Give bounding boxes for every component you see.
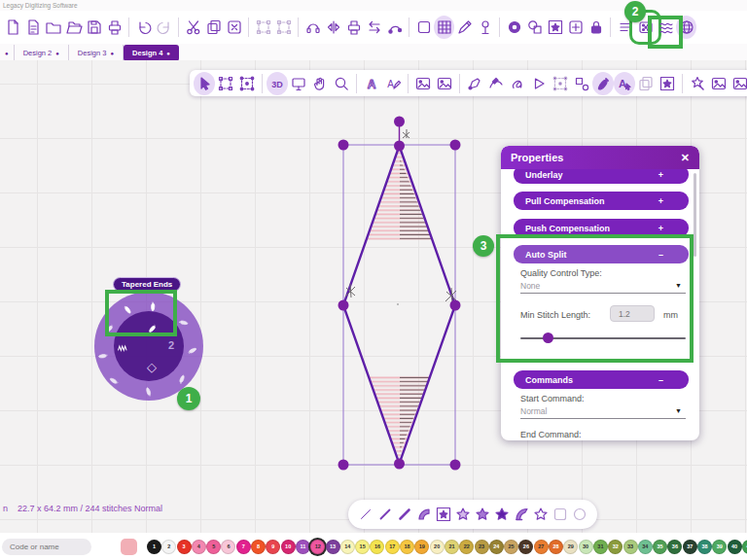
thread-color-17[interactable]: 17 [385,540,400,554]
collapse-icon[interactable]: – [658,250,663,260]
undo-icon[interactable] [133,16,154,39]
thread-color-22[interactable]: 22 [459,540,474,554]
thread-color-18[interactable]: 18 [400,540,414,554]
open-design-icon[interactable] [22,16,43,39]
flip-icon[interactable] [364,16,384,39]
tab-design-3[interactable]: Design 3● [69,45,124,61]
stitch-grid-icon[interactable] [434,16,454,39]
motif-run-icon[interactable] [434,503,453,526]
square-tool-icon[interactable] [551,503,570,526]
print-preview-icon[interactable] [343,16,364,39]
thread-color-11[interactable]: 11 [296,540,310,554]
thread-color-27[interactable]: 27 [534,540,549,554]
node-edit-icon[interactable] [215,72,236,95]
chevron-down-icon[interactable]: ▼ [675,282,682,289]
open-folder-icon[interactable] [63,16,84,39]
thread-color-34[interactable]: 34 [638,540,653,554]
expand-icon[interactable]: + [658,196,663,206]
circle-tool-icon[interactable] [570,503,589,526]
export-image-icon[interactable] [434,72,455,95]
thread-color-14[interactable]: 14 [340,540,355,554]
zoom-icon[interactable] [331,72,352,95]
layers-icon[interactable] [656,16,676,39]
thread-color-33[interactable]: 33 [623,540,638,554]
shape-tool-icon[interactable] [571,72,592,95]
freehand-icon[interactable] [507,72,528,95]
thread-color-37[interactable]: 37 [683,540,697,554]
expand-icon[interactable]: + [658,170,663,180]
sheet-icon[interactable] [635,72,657,95]
chevron-down-icon[interactable]: ▼ [675,407,682,414]
section-push-compensation[interactable]: Push Compensation + [514,219,689,237]
print-icon[interactable] [104,16,124,39]
section-commands[interactable]: Commands – [514,370,689,389]
start-command-value[interactable]: Normal [520,406,547,416]
expand-icon[interactable]: + [658,224,663,233]
machine-output-icon[interactable] [676,16,696,39]
thread-color-9[interactable]: 9 [266,540,280,554]
run-stitch-thick-icon[interactable] [395,503,414,526]
thread-color-7[interactable]: 7 [236,540,251,554]
thread-color-2[interactable]: 2 [161,540,176,554]
tab-design-4[interactable]: Design 4● [124,45,179,61]
section-auto-split[interactable]: Auto Split – [514,245,689,263]
ghost-node-icon[interactable] [550,72,571,95]
object-circle-icon[interactable] [504,16,524,39]
thread-color-15[interactable]: 15 [355,540,370,554]
current-color-swatch[interactable] [121,539,137,555]
min-stitch-slider-thumb[interactable] [543,332,553,343]
section-pull-compensation[interactable]: Pull Compensation + [514,192,689,210]
thread-color-41[interactable]: 41 [742,540,747,554]
brush-tool-icon[interactable] [592,72,614,95]
fill-light-icon[interactable] [453,503,473,526]
lettering-icon[interactable]: A [361,72,382,95]
satin-fill-icon[interactable] [414,503,434,526]
thread-color-5[interactable]: 5 [206,540,221,554]
fill-solid-icon[interactable] [492,503,512,526]
support-icon[interactable] [302,16,323,39]
thread-color-36[interactable]: 36 [667,540,682,554]
thread-color-19[interactable]: 19 [414,540,429,554]
redo-icon[interactable] [154,16,174,39]
stitch-frame-icon[interactable] [413,16,434,39]
curve-pen-icon[interactable] [485,72,507,95]
tab-partial[interactable]: ● [0,45,15,61]
thread-color-12[interactable]: 12 [310,540,325,554]
thread-color-40[interactable]: 40 [728,540,742,554]
thread-color-32[interactable]: 32 [608,540,622,554]
fan-fill-icon[interactable] [512,503,531,526]
tapered-end-both-icon[interactable] [145,321,159,334]
collapse-icon[interactable]: – [658,375,663,385]
thread-color-29[interactable]: 29 [563,540,578,554]
import-image-icon[interactable] [412,72,434,95]
thread-color-23[interactable]: 23 [475,540,489,554]
frame-star-icon[interactable] [545,16,565,39]
thread-color-1[interactable]: 1 [147,540,161,554]
thread-color-6[interactable]: 6 [221,540,235,554]
radial-stitch-menu[interactable]: ◇ 2 [94,292,203,401]
travel-path-icon[interactable] [384,16,405,39]
fill-pattern-icon[interactable] [473,503,492,526]
new-design-icon[interactable] [2,16,22,39]
min-stitch-input[interactable]: 1.2 [610,305,655,322]
vector-icon[interactable] [729,72,747,95]
thread-color-39[interactable]: 39 [712,540,727,554]
group-shapes-icon[interactable] [524,16,545,39]
thread-color-28[interactable]: 28 [549,540,563,554]
save-icon[interactable] [84,16,104,39]
pen-node-icon[interactable] [464,72,485,95]
cut-icon[interactable] [183,16,203,39]
mesh-edit-icon[interactable] [236,72,258,95]
copy-icon[interactable] [203,16,224,39]
outline-shape-icon[interactable] [531,503,551,526]
bitmap-icon[interactable] [708,72,729,95]
letter-edit-icon[interactable]: A [382,72,404,95]
thread-color-25[interactable]: 25 [504,540,518,554]
diamond-shape-icon[interactable]: ◇ [145,360,159,373]
run-tool-icon[interactable] [528,72,550,95]
tapered-end-left-icon[interactable] [119,302,134,318]
tab-design-2[interactable]: Design 2● [15,45,69,61]
mirror-icon[interactable] [323,16,343,39]
center-design-icon[interactable] [565,16,586,39]
thread-color-21[interactable]: 21 [445,540,459,554]
